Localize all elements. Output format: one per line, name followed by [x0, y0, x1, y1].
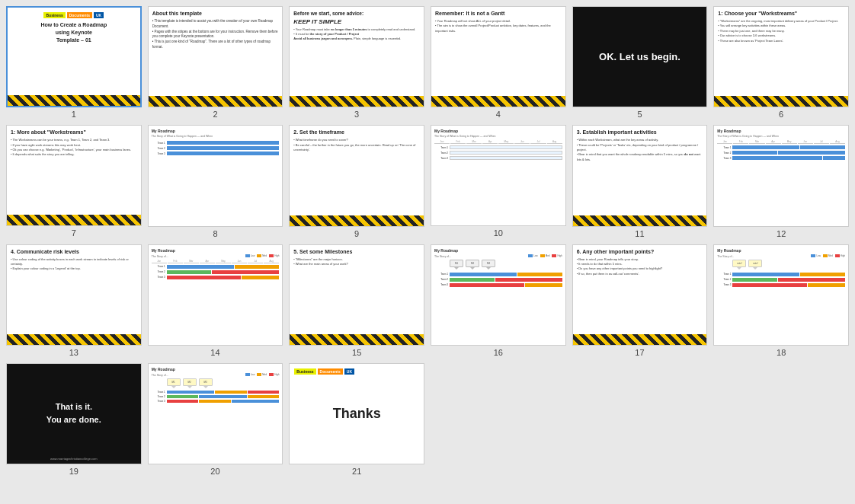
slide-13[interactable]: 4. Communicate risk levels • Use colour … — [6, 244, 142, 346]
stripe-bottom-2 — [149, 96, 283, 107]
slide-16-row-1: Team 1 — [434, 273, 562, 276]
slide-21-logo: Business Documents UK — [294, 368, 354, 375]
slide-wrapper-1: Business Documents UK How to Create a Ro… — [6, 6, 142, 119]
slide-wrapper-17: 6. Any other important points? • Bear in… — [572, 244, 708, 357]
slide-21-logo-documents: Documents — [318, 368, 343, 375]
slide-12[interactable]: My Roadmap The Story of What is Going to… — [713, 125, 849, 226]
slide-18-legend: Low Med High — [811, 254, 845, 257]
slide-14-row-2: Team 2 — [152, 270, 280, 274]
slide-2-title: About this template — [152, 11, 279, 16]
slide-grid: Business Documents UK How to Create a Ro… — [6, 6, 849, 476]
stripe-bottom-3 — [290, 96, 424, 107]
slide-19-footer: www.marriagechristiancollege.com — [7, 457, 141, 461]
slide-wrapper-10: My Roadmap The Story of What is Going to… — [431, 125, 566, 238]
slide-number-7: 7 — [72, 228, 76, 238]
slide-number-12: 12 — [777, 229, 786, 238]
slide-number-17: 17 — [635, 348, 644, 357]
slide-18-row-1: Team 1 — [717, 273, 845, 276]
slide-9-text: • What timeframe do you need to cover? •… — [293, 138, 420, 152]
stripe-bottom-11 — [573, 215, 707, 226]
slide-wrapper-8: My Roadmap The Story of What is Going to… — [148, 125, 283, 238]
slide-8[interactable]: My Roadmap The Story of What is Going to… — [148, 125, 283, 226]
slide-14[interactable]: My Roadmap The Story of... Low Med High … — [148, 244, 283, 346]
slide-20-row-2: Team 2 — [152, 395, 280, 398]
slide-number-13: 13 — [69, 348, 78, 357]
stripe-bottom-7 — [7, 215, 141, 225]
slide-6-title: 1: Choose your "Workstreams" — [718, 11, 844, 16]
logo-bar: Business Documents UK — [43, 12, 104, 18]
stripe-bottom-13 — [7, 334, 141, 345]
slide-6[interactable]: 1: Choose your "Workstreams" • "Workstre… — [713, 6, 849, 107]
slide-1[interactable]: Business Documents UK How to Create a Ro… — [6, 6, 142, 107]
slide-7-title: 1: More about "Workstreams" — [11, 129, 137, 135]
slide-15-text: • "Milestones" are the major horizon. • … — [293, 257, 420, 267]
slide-number-15: 15 — [352, 348, 361, 357]
slide-20-subtitle: The Story of... — [152, 374, 168, 377]
slide-20-legend: Low Med High — [245, 373, 280, 376]
slide-8-row-3: Team 3 — [152, 152, 280, 155]
slide-10-months: Jan Feb Mar Apr May Jun Jul Aug — [434, 140, 562, 144]
slide-21-thanks: Thanks — [333, 406, 381, 422]
slide-21[interactable]: Business Documents UK Thanks — [289, 363, 424, 464]
slide-12-title: My Roadmap — [717, 129, 845, 133]
slide-13-title: 4. Communicate risk levels — [11, 249, 137, 254]
slide-18-title: My Roadmap — [717, 248, 845, 253]
slide-wrapper-2: About this template • This template is i… — [148, 6, 283, 119]
slide-number-6: 6 — [779, 110, 783, 119]
slide-10-row-2: Team 2 — [434, 151, 562, 155]
slide-wrapper-6: 1: Choose your "Workstreams" • "Workstre… — [713, 6, 849, 119]
logo-documents: Documents — [67, 12, 92, 18]
stripe-bottom-17 — [573, 334, 707, 345]
slide-2[interactable]: About this template • This template is i… — [148, 6, 283, 107]
slide-number-14: 14 — [210, 348, 219, 357]
slide-3-subtitle: KEEP IT SIMPLE — [293, 18, 420, 25]
slide-9[interactable]: 2. Set the timeframe • What timeframe do… — [289, 125, 424, 226]
slide-number-19: 19 — [69, 467, 78, 476]
stripe-bottom-9 — [290, 215, 424, 226]
slide-8-subtitle: The Story of What is Going to Happen — a… — [152, 135, 280, 138]
slide-wrapper-19: That is it. You are done. www.marriagech… — [6, 363, 142, 476]
slide-18-row-2: Team 2 — [717, 278, 845, 282]
slide-14-title: My Roadmap — [152, 248, 280, 253]
slide-4-text: • Your Roadmap will not show ALL of your… — [435, 19, 562, 33]
slide-4[interactable]: Remember: It is not a Gantt • Your Roadm… — [431, 6, 566, 107]
stripe-bottom-1 — [8, 95, 140, 106]
slide-16[interactable]: My Roadmap The Story of... Low Med High … — [431, 244, 566, 346]
slide-20[interactable]: My Roadmap The Story of... Low Med High … — [148, 363, 283, 464]
slide-14-subtitle: The Story of... — [152, 255, 168, 258]
slide-number-11: 11 — [635, 229, 644, 238]
slide-10-title: My Roadmap — [434, 129, 562, 133]
slide-17-title: 6. Any other important points? — [577, 249, 703, 254]
stripe-bottom-4 — [431, 96, 565, 107]
slide-wrapper-7: 1: More about "Workstreams" • The Workst… — [6, 125, 142, 238]
slide-wrapper-14: My Roadmap The Story of... Low Med High … — [148, 244, 283, 357]
slide-10-row-3: Team 3 — [434, 156, 562, 160]
slide-wrapper-3: Before we start, some advice: KEEP IT SI… — [289, 6, 424, 119]
slide-15[interactable]: 5. Set some Milestones • "Milestones" ar… — [289, 244, 424, 346]
slide-20-row-1: Team 1 — [152, 391, 280, 394]
slide-wrapper-13: 4. Communicate risk levels • Use colour … — [6, 244, 142, 357]
slide-16-subtitle: The Story of... — [434, 255, 451, 258]
slide-number-4: 4 — [496, 110, 501, 119]
slide-wrapper-4: Remember: It is not a Gantt • Your Roadm… — [431, 6, 566, 119]
slide-11[interactable]: 3. Establish important activities • With… — [572, 125, 708, 226]
slide-10[interactable]: My Roadmap The Story of What is Going to… — [431, 125, 566, 226]
slide-18[interactable]: My Roadmap The Story of... Low Med High … — [713, 244, 849, 346]
slide-14-months: Jan Feb Mar Apr May Jun Jul Aug — [152, 260, 280, 263]
slide-number-1: 1 — [72, 110, 76, 119]
slide-8-title: My Roadmap — [152, 129, 280, 133]
slide-5[interactable]: OK. Let us begin. — [572, 6, 708, 107]
slide-wrapper-18: My Roadmap The Story of... Low Med High … — [713, 244, 849, 357]
slide-number-20: 20 — [210, 467, 219, 476]
slide-10-subtitle: The Story of What is Going to Happen — a… — [434, 135, 562, 138]
slide-wrapper-15: 5. Set some Milestones • "Milestones" ar… — [289, 244, 424, 357]
slide-17[interactable]: 6. Any other important points? • Bear in… — [572, 244, 708, 346]
stripe-bottom-6 — [714, 96, 848, 107]
slide-18-row-3: Team 3 — [717, 283, 845, 287]
slide-19[interactable]: That is it. You are done. www.marriagech… — [6, 363, 142, 464]
slide-12-row-3: Team 3 — [717, 156, 845, 160]
slide-7[interactable]: 1: More about "Workstreams" • The Workst… — [6, 125, 142, 226]
slide-3[interactable]: Before we start, some advice: KEEP IT SI… — [289, 6, 424, 107]
slide-11-title: 3. Establish important activities — [577, 129, 703, 135]
slide-14-row-1: Team 1 — [152, 265, 280, 269]
